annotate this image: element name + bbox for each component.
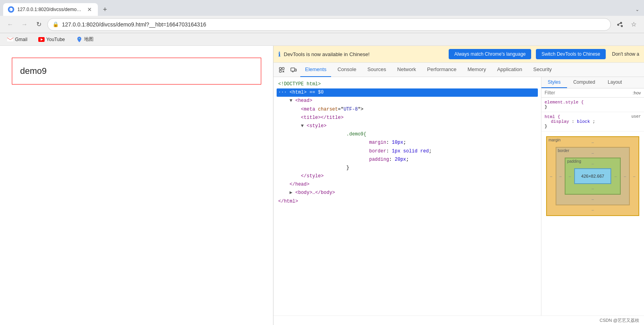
match-language-button[interactable]: Always match Chrome's language [449, 49, 531, 59]
main-area: demo9 ℹ DevTools is now available in Chi… [0, 46, 644, 325]
box-margin: margin – – border – [546, 136, 639, 216]
notification-text: DevTools is now available in Chinese! [284, 51, 446, 57]
box-padding: padding – – 426×82.667 [565, 158, 621, 195]
bookmarks-bar: Gmail YouTube 地图 [0, 33, 644, 46]
url-bar[interactable]: 🔒 127.0.0.1:8020/divcss/demo9.html?__hbt… [47, 18, 611, 31]
styles-tab-computed[interactable]: Computed [567, 77, 601, 88]
tab-security[interactable]: Security [528, 63, 556, 77]
page-content: demo9 [0, 46, 273, 325]
dom-line-body[interactable]: ▶ <body>…</body> [277, 189, 538, 197]
gmail-icon [7, 36, 13, 43]
forward-button[interactable]: → [19, 19, 30, 30]
devtools-footer: CSDN @艺艺又荔枝 [273, 316, 644, 325]
box-model: margin – – border – [546, 136, 639, 216]
styles-filter: :hov [541, 88, 644, 98]
bookmark-youtube-label: YouTube [46, 37, 65, 42]
bookmark-star-icon[interactable]: ☆ [628, 19, 639, 30]
style-rule-element: element.style { } [541, 98, 644, 112]
box-dimensions: 426×82.667 [581, 174, 604, 178]
dom-line-title: <title></title> [277, 114, 538, 122]
devtools-panel: ℹ DevTools is now available in Chinese! … [273, 46, 644, 325]
margin-label: margin [549, 138, 561, 142]
dom-line-class-selector: .demo9{ [277, 130, 538, 139]
tab-elements[interactable]: Elements [300, 63, 331, 77]
tab-title: 127.0.0.1:8020/divcss/demo9.h [17, 7, 83, 12]
maps-icon [76, 36, 82, 43]
devtools-notification-bar: ℹ DevTools is now available in Chinese! … [273, 46, 644, 63]
dom-line-html[interactable]: ··· <html> == $0 [277, 88, 538, 97]
dom-line-close-rule: } [277, 164, 538, 172]
restore-button[interactable]: ⌄ [634, 5, 641, 14]
tab-console[interactable]: Console [333, 63, 361, 77]
tab-sources[interactable]: Sources [363, 63, 391, 77]
dom-line-head-close: </head> [277, 180, 538, 189]
bookmark-youtube[interactable]: YouTube [36, 36, 67, 43]
new-tab-button[interactable]: + [99, 4, 110, 15]
tab-memory[interactable]: Memory [463, 63, 491, 77]
footer-text: CSDN @艺艺又荔枝 [600, 318, 639, 323]
bookmark-gmail-label: Gmail [15, 37, 27, 42]
tab-bar: i 127.0.0.1:8020/divcss/demo9.h ✕ + ⌄ [0, 0, 644, 16]
dom-line-padding: padding: 20px; [277, 156, 538, 164]
devtools-body: <!DOCTYPE html> ··· <html> == $0 ▼ <head… [273, 77, 644, 316]
styles-tab-styles[interactable]: Styles [541, 77, 567, 88]
demo-text: demo9 [20, 66, 47, 76]
padding-label: padding [567, 159, 581, 163]
dom-line-head[interactable]: ▼ <head> [277, 97, 538, 105]
youtube-icon [38, 36, 45, 43]
bookmark-maps[interactable]: 地图 [74, 35, 96, 43]
tab-application[interactable]: Application [492, 63, 527, 77]
reload-button[interactable]: ↻ [33, 19, 44, 30]
devtools-toolbar: Elements Console Sources Network Perform… [273, 63, 644, 77]
active-tab[interactable]: i 127.0.0.1:8020/divcss/demo9.h ✕ [3, 3, 98, 16]
dom-line-style[interactable]: ▼ <style> [277, 122, 538, 130]
svg-rect-9 [295, 69, 296, 71]
bookmark-maps-label: 地图 [84, 36, 94, 43]
svg-rect-7 [279, 70, 281, 72]
tab-bar-right: ⌄ [634, 5, 641, 14]
svg-rect-8 [291, 68, 295, 71]
svg-rect-5 [279, 68, 281, 70]
share-icon[interactable] [614, 19, 625, 30]
tab-network[interactable]: Network [393, 63, 421, 77]
switch-language-button[interactable]: Switch DevTools to Chinese [536, 49, 606, 59]
dom-line-style-close: </style> [277, 172, 538, 180]
box-content: 426×82.667 [574, 168, 612, 184]
styles-tabs: Styles Computed Layout [541, 77, 644, 88]
element-picker-icon[interactable] [277, 65, 287, 75]
back-button[interactable]: ← [5, 19, 16, 30]
svg-rect-6 [282, 68, 284, 70]
dont-show-button[interactable]: Don't show a [612, 51, 639, 57]
styles-panel: Styles Computed Layout :hov element.styl… [541, 77, 644, 316]
styles-filter-input[interactable] [545, 90, 631, 96]
dom-line-doctype: <!DOCTYPE html> [277, 80, 538, 88]
dom-line-html-close: </html> [277, 197, 538, 206]
info-icon: ℹ [278, 51, 281, 58]
url-text: 127.0.0.1:8020/divcss/demo9.html?__hbt=1… [62, 21, 606, 28]
dom-line-margin: margin: 10px; [277, 139, 538, 147]
svg-text:i: i [10, 8, 11, 11]
dom-panel[interactable]: <!DOCTYPE html> ··· <html> == $0 ▼ <head… [273, 77, 541, 316]
bookmark-gmail[interactable]: Gmail [5, 36, 30, 43]
tab-close-button[interactable]: ✕ [86, 6, 93, 13]
tab-performance[interactable]: Performance [422, 63, 461, 77]
hover-toggle[interactable]: :hov [633, 90, 641, 95]
dom-line-meta: <meta charset="UTF-8"> [277, 105, 538, 114]
lock-icon: 🔒 [52, 21, 59, 27]
address-bar: ← → ↻ 🔒 127.0.0.1:8020/divcss/demo9.html… [0, 16, 644, 33]
tab-favicon: i [8, 6, 14, 13]
style-rule-html: html { user display : block ; } [541, 112, 644, 132]
demo-box: demo9 [12, 58, 261, 85]
responsive-icon[interactable] [288, 65, 299, 75]
address-bar-right: ☆ [614, 19, 639, 30]
dom-line-border: border: 1px solid red; [277, 147, 538, 156]
border-label: border [558, 148, 569, 153]
styles-tab-layout[interactable]: Layout [601, 77, 628, 88]
box-border: border – – padding [556, 147, 630, 205]
